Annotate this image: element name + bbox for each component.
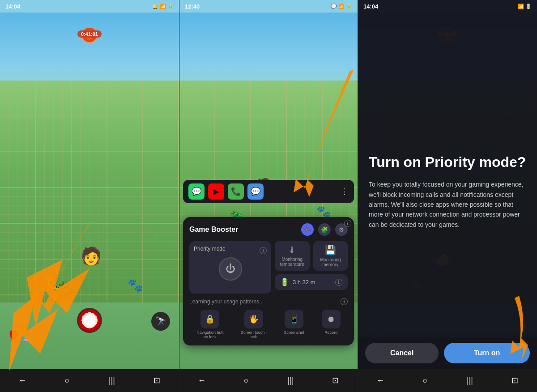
- time-3: 14:04: [363, 3, 378, 10]
- nav-bar-2: ← ○ ||| ⊡: [179, 369, 358, 392]
- qa-nav-lock[interactable]: 🔒 Navigation button lock: [196, 310, 223, 339]
- qa-record[interactable]: ⏺ Record: [322, 310, 341, 339]
- nav-back-3[interactable]: ←: [371, 371, 389, 389]
- buddy-icon-1[interactable]: 🧬: [23, 330, 35, 342]
- record-icon-box: ⏺: [322, 310, 341, 328]
- nav-home-1[interactable]: ○: [58, 371, 76, 389]
- gb-header: Game Booster 🎮 🧩 ⚙: [189, 223, 348, 236]
- nav-extra-1[interactable]: ⊡: [148, 371, 166, 389]
- touch-lock-icon-box: 🖐: [244, 310, 263, 328]
- monitoring-memory-label: Monitoringmemory: [320, 257, 341, 267]
- cancel-button[interactable]: Cancel: [365, 343, 439, 363]
- qa-record-label: Record: [324, 330, 337, 335]
- phone-icon[interactable]: 📞: [228, 183, 244, 200]
- gb-main-row: Priority mode ℹ ⏻ ℹ 🌡 Monitoringtemperat…: [189, 241, 348, 294]
- learning-label: Learning your usage patterns...: [189, 298, 264, 305]
- game-booster-panel: Game Booster 🎮 🧩 ⚙ Priority mode ℹ: [183, 217, 354, 345]
- monitoring-temp-item[interactable]: ℹ 🌡 Monitoringtemperature: [275, 241, 310, 271]
- game-ui-1: 0:41:01 🧑 🐛 🪲 🐾 🔭 🥊 🧬: [0, 0, 179, 369]
- nav-recents-2[interactable]: |||: [282, 371, 300, 389]
- priority-info-btn[interactable]: ℹ: [260, 247, 267, 254]
- memory-icon: 💾: [325, 245, 336, 256]
- status-icons-3: 📶 🔋: [518, 4, 532, 9]
- monitoring-row-1: ℹ 🌡 Monitoringtemperature 💾 Monitoringme…: [275, 241, 348, 271]
- battery-row: 🔋 3 h 32 m ℹ: [275, 274, 348, 290]
- qa-touch-lock[interactable]: 🖐 Screen touch lock: [241, 310, 267, 339]
- thermometer-icon: 🌡: [288, 245, 297, 255]
- binoculars-btn-1[interactable]: 🔭: [151, 312, 170, 331]
- screenshot-icon-box: 📱: [285, 310, 303, 328]
- nav-extra-3[interactable]: ⊡: [506, 371, 524, 389]
- timer-badge-1: 0:41:01: [77, 30, 102, 38]
- item-icon-1[interactable]: 🥊: [7, 330, 19, 342]
- pokeball-button-1[interactable]: [77, 308, 102, 333]
- learning-row: Learning your usage patterns... ℹ: [189, 298, 348, 305]
- power-button[interactable]: ⏻: [219, 257, 242, 281]
- character-1: 🧑: [81, 246, 102, 266]
- monitoring-temp-label: Monitoringtemperature: [280, 257, 304, 267]
- app-icons-row: 💬 ▶ 📞 💬 ⋮: [183, 180, 354, 203]
- pokemon-2: 🪲: [57, 281, 77, 299]
- priority-dialog: Turn on Priority mode? To keep you total…: [358, 0, 537, 392]
- nav-bar-1: ← ○ ||| ⊡: [0, 369, 179, 392]
- battery-info-btn[interactable]: ℹ: [335, 279, 342, 286]
- qa-touch-lock-label: Screen touch lock: [241, 330, 267, 339]
- dialog-buttons: Cancel Turn on: [358, 337, 537, 369]
- puzzle-icon-btn[interactable]: 🧩: [318, 223, 331, 236]
- pokemon-3: 🐾: [128, 278, 143, 293]
- learning-info-btn[interactable]: ℹ: [341, 298, 348, 305]
- status-icons-1: 🔔 📶 🔋: [152, 4, 174, 9]
- priority-label: Priority mode: [194, 246, 226, 252]
- nav-home-2[interactable]: ○: [237, 371, 255, 389]
- nav-lock-icon-box: 🔒: [200, 310, 219, 328]
- monitoring-grid: ℹ 🌡 Monitoringtemperature 💾 Monitoringme…: [275, 241, 348, 294]
- dialog-body: To keep you totally focused on your gami…: [369, 179, 526, 230]
- time-1: 14:04: [5, 3, 20, 10]
- quick-actions: 🔒 Navigation button lock 🖐 Screen touch …: [189, 310, 348, 339]
- gb-header-icons: 🎮 🧩 ⚙: [301, 223, 348, 236]
- phone-panel-3: 0:41:06 🧑 🪲 🐾 14:04 📶 🔋 Turn on Priority…: [358, 0, 537, 392]
- turn-on-button[interactable]: Turn on: [444, 343, 530, 363]
- gb-title: Game Booster: [189, 226, 238, 234]
- status-icons-2: 💬 📶 🔋: [331, 4, 352, 9]
- battery-time: 3 h 32 m: [293, 279, 315, 285]
- nav-back-1[interactable]: ←: [13, 371, 31, 389]
- app-more-btn[interactable]: ⋮: [341, 187, 349, 196]
- monitoring-memory-item[interactable]: 💾 Monitoringmemory: [313, 241, 348, 271]
- nav-recents-1[interactable]: |||: [103, 371, 121, 389]
- nav-bar-3: ← ○ ||| ⊡: [358, 369, 537, 392]
- youtube-icon[interactable]: ▶: [208, 183, 224, 200]
- nav-back-2[interactable]: ←: [193, 371, 211, 389]
- temp-info-btn[interactable]: ℹ: [344, 220, 351, 227]
- phone-panel-2: 12:40 💬 📶 🔋 💬 ▶ 📞 💬 ⋮ Game Booster: [179, 0, 358, 392]
- nav-home-3[interactable]: ○: [416, 371, 434, 389]
- time-2: 12:40: [185, 3, 200, 10]
- priority-section: Priority mode ℹ ⏻: [189, 241, 271, 294]
- msg-icon[interactable]: 💬: [247, 183, 264, 200]
- qa-screenshot[interactable]: 📱 Screenshot: [284, 310, 304, 339]
- game-ui-2: 💬 ▶ 📞 💬 ⋮ Game Booster 🎮 🧩 ⚙: [179, 0, 358, 369]
- battery-icon: 🔋: [280, 278, 289, 286]
- dialog-title: Turn on Priority mode?: [369, 153, 526, 170]
- bottom-icons-1: 🥊 🧬: [7, 330, 35, 342]
- status-bar-1: 14:04 🔔 📶 🔋: [0, 0, 179, 13]
- dialog-content: Turn on Priority mode? To keep you total…: [358, 0, 537, 392]
- whatsapp-icon[interactable]: 💬: [188, 183, 205, 200]
- status-bar-3: 14:04 📶 🔋: [358, 0, 537, 13]
- nav-extra-2[interactable]: ⊡: [326, 371, 344, 389]
- status-bar-2: 12:40 💬 📶 🔋: [179, 0, 358, 13]
- discord-icon-btn[interactable]: 🎮: [301, 223, 314, 236]
- nav-recents-3[interactable]: |||: [461, 371, 479, 389]
- qa-nav-lock-label: Navigation button lock: [196, 330, 223, 339]
- qa-screenshot-label: Screenshot: [284, 330, 304, 335]
- phone-panel-1: 14:04 🔔 📶 🔋 0:41:01 🧑 🐛 🪲 🐾 🔭 🥊 🧬: [0, 0, 179, 392]
